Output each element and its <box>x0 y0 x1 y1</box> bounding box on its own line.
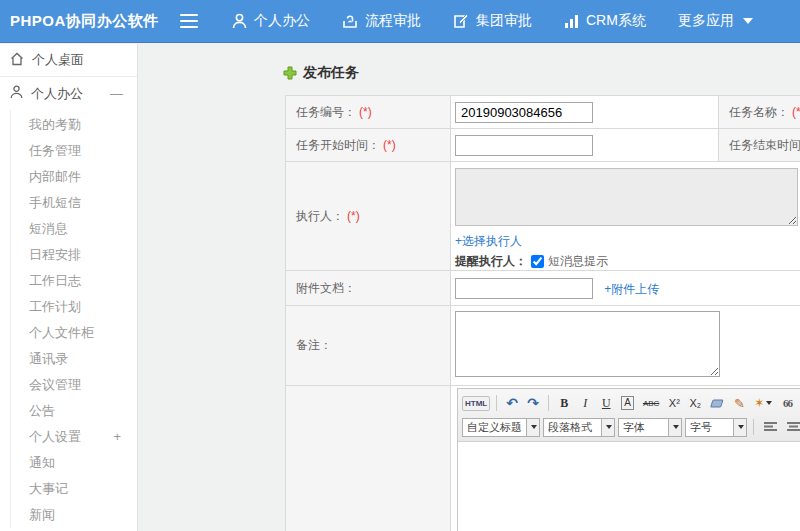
plus-icon <box>283 66 297 80</box>
sms-remind-checkbox[interactable] <box>531 255 544 268</box>
required-mark: (*) <box>792 105 800 119</box>
nav-crm-system[interactable]: CRM系统 <box>564 12 646 30</box>
wand-icon: ✶ <box>754 396 764 410</box>
sidebar-item-news[interactable]: 新闻 <box>11 502 137 528</box>
nav-label: CRM系统 <box>586 12 646 30</box>
rich-text-editor: HTML ↶ ↷ B I U A ABC X² X₂ <box>457 388 800 531</box>
home-icon <box>10 52 24 69</box>
approval-icon <box>342 13 358 29</box>
sidebar-item-label: 个人桌面 <box>32 51 84 69</box>
style-wand-button[interactable]: ✶ <box>751 394 775 412</box>
sidebar-item-file-cabinet[interactable]: 个人文件柜 <box>11 320 137 346</box>
chevron-down-icon <box>733 419 746 436</box>
editor-content-area[interactable] <box>458 442 800 531</box>
nav-label: 集团审批 <box>476 12 532 30</box>
sidebar-item-personal-settings[interactable]: 个人设置+ <box>11 424 137 450</box>
html-source-button[interactable]: HTML <box>462 396 490 411</box>
required-mark: (*) <box>359 105 372 119</box>
nav-more-apps[interactable]: 更多应用 <box>678 12 753 30</box>
description-label: 任务描述：(*) <box>286 386 451 531</box>
expand-icon[interactable]: + <box>113 424 137 450</box>
nav-group-approval[interactable]: 集团审批 <box>453 12 532 30</box>
sidebar-item-mobile-sms[interactable]: 手机短信 <box>11 190 137 216</box>
chevron-down-icon <box>766 401 772 405</box>
executor-label: 执行人：(*) <box>286 162 451 271</box>
italic-button[interactable]: I <box>576 394 594 412</box>
top-nav: 个人办公 流程审批 集团审批 CRM系统 更多应用 <box>232 12 753 30</box>
sidebar-item-events[interactable]: 大事记 <box>11 476 137 502</box>
app-title: PHPOA协同办公软件 <box>0 12 180 31</box>
task-name-label: 任务名称：(*) <box>719 96 800 129</box>
sidebar: 个人桌面 个人办公 — 我的考勤 任务管理 内部邮件 手机短信 短消息 日程安排… <box>0 44 138 531</box>
sidebar-item-task-management[interactable]: 任务管理 <box>11 138 137 164</box>
user-icon <box>10 85 23 102</box>
start-time-label: 任务开始时间：(*) <box>286 129 451 162</box>
attachment-input[interactable] <box>455 278 593 299</box>
sidebar-item-notice[interactable]: 通知 <box>11 450 137 476</box>
sidebar-item-schedule[interactable]: 日程安排 <box>11 242 137 268</box>
brush-icon[interactable]: ✎ <box>730 394 748 412</box>
task-number-label: 任务编号：(*) <box>286 96 451 129</box>
align-center-icon[interactable] <box>785 418 800 436</box>
blockquote-button[interactable]: 66 <box>778 394 796 412</box>
sidebar-item-meeting[interactable]: 会议管理 <box>11 372 137 398</box>
font-size-select[interactable]: 字号 <box>685 418 747 437</box>
attachment-label: 附件文档： <box>286 271 451 306</box>
sidebar-item-contacts[interactable]: 通讯录 <box>11 346 137 372</box>
page-title: 发布任务 <box>283 64 800 82</box>
chevron-down-icon <box>526 419 539 436</box>
editor-toolbar: HTML ↶ ↷ B I U A ABC X² X₂ <box>458 389 800 442</box>
nav-label: 流程审批 <box>365 12 421 30</box>
remark-label: 备注： <box>286 306 451 386</box>
strikethrough-button[interactable]: ABC <box>640 394 662 412</box>
collapse-icon[interactable]: — <box>110 86 137 101</box>
remark-textarea[interactable] <box>455 311 720 377</box>
task-number-input[interactable] <box>455 102 593 123</box>
sms-remind-label: 短消息提示 <box>548 253 608 270</box>
start-time-input[interactable] <box>455 135 593 156</box>
eraser-icon[interactable] <box>707 394 727 412</box>
chevron-down-icon <box>668 419 681 436</box>
underline-button[interactable]: U <box>597 394 615 412</box>
chart-icon <box>564 14 579 29</box>
sidebar-submenu: 我的考勤 任务管理 内部邮件 手机短信 短消息 日程安排 工作日志 工作计划 个… <box>10 110 137 528</box>
undo-icon[interactable]: ↶ <box>503 394 521 412</box>
main-content: 发布任务 任务编号：(*) 任务名称：(*) 任务开始时间：(*) 任务结束时 <box>139 44 800 531</box>
sidebar-item-work-log[interactable]: 工作日志 <box>11 268 137 294</box>
sidebar-section-personal-office[interactable]: 个人办公 — <box>0 77 137 110</box>
custom-title-select[interactable]: 自定义标题 <box>462 418 540 437</box>
sidebar-item-work-plan[interactable]: 工作计划 <box>11 294 137 320</box>
sidebar-item-announcement[interactable]: 公告 <box>11 398 137 424</box>
redo-icon[interactable]: ↷ <box>524 394 542 412</box>
superscript-button[interactable]: X² <box>665 394 683 412</box>
remind-executor-label: 提醒执行人： <box>455 253 527 270</box>
paragraph-format-select[interactable]: 段落格式 <box>543 418 615 437</box>
publish-task-form: 任务编号：(*) 任务名称：(*) 任务开始时间：(*) 任务结束时间：(*) <box>285 95 800 531</box>
menu-icon[interactable] <box>180 14 198 28</box>
required-mark: (*) <box>383 138 396 152</box>
required-mark: (*) <box>347 209 360 223</box>
attachment-upload-link[interactable]: +附件上传 <box>604 282 659 296</box>
chevron-down-icon <box>601 419 614 436</box>
person-icon <box>232 13 247 29</box>
end-time-label: 任务结束时间：(*) <box>719 129 800 162</box>
font-border-button[interactable]: A <box>621 396 634 410</box>
sidebar-item-internal-mail[interactable]: 内部邮件 <box>11 164 137 190</box>
choose-executor-link[interactable]: +选择执行人 <box>455 234 522 248</box>
top-navigation-bar: PHPOA协同办公软件 个人办公 流程审批 集团审批 CRM系统 <box>0 0 800 43</box>
nav-personal-office[interactable]: 个人办公 <box>232 12 310 30</box>
edit-icon <box>453 13 469 29</box>
nav-label: 更多应用 <box>678 12 734 30</box>
sidebar-section-label: 个人办公 <box>31 85 83 103</box>
nav-label: 个人办公 <box>254 12 310 30</box>
align-left-icon[interactable] <box>762 418 780 436</box>
executor-textarea[interactable] <box>455 168 798 226</box>
sidebar-item-short-message[interactable]: 短消息 <box>11 216 137 242</box>
sidebar-item-attendance[interactable]: 我的考勤 <box>11 112 137 138</box>
nav-workflow-approval[interactable]: 流程审批 <box>342 12 421 30</box>
sidebar-item-desktop[interactable]: 个人桌面 <box>0 44 137 77</box>
caret-down-icon <box>743 18 753 24</box>
subscript-button[interactable]: X₂ <box>686 394 704 412</box>
font-family-select[interactable]: 字体 <box>618 418 682 437</box>
bold-button[interactable]: B <box>555 394 573 412</box>
